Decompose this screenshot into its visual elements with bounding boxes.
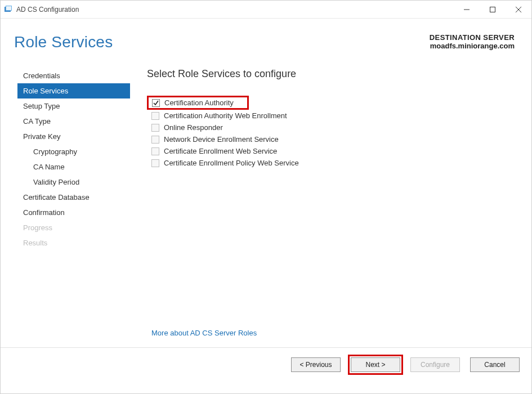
previous-button[interactable]: < Previous	[291, 357, 341, 372]
option-ces[interactable]: Certificate Enrollment Web Service	[147, 145, 515, 157]
option-label: Certification Authority Web Enrollment	[164, 111, 287, 120]
option-ca-web-enrollment[interactable]: Certification Authority Web Enrollment	[147, 110, 515, 122]
option-label: Certificate Enrollment Web Service	[164, 147, 277, 155]
sidebar-item-cryptography[interactable]: Cryptography	[17, 144, 130, 159]
next-button-wrap: Next >	[348, 355, 403, 375]
configure-button-wrap: Configure	[408, 355, 463, 375]
checkbox-checked-icon[interactable]	[152, 99, 160, 107]
wizard-sidebar: Credentials Role Services Setup Type CA …	[17, 68, 130, 347]
sidebar-item-confirmation[interactable]: Confirmation	[17, 205, 130, 220]
more-link-row: More about AD CS Server Roles	[147, 322, 515, 347]
footer: < Previous Next > Configure Cancel	[1, 347, 531, 381]
sidebar-item-validity-period[interactable]: Validity Period	[17, 174, 130, 190]
option-cep[interactable]: Certificate Enrollment Policy Web Servic…	[147, 157, 515, 169]
previous-button-wrap: < Previous	[288, 355, 343, 375]
sidebar-item-results: Results	[17, 235, 130, 250]
destination-label: DESTINATION SERVER	[430, 33, 515, 42]
option-label: Certification Authority	[164, 98, 234, 107]
sidebar-item-credentials[interactable]: Credentials	[17, 68, 130, 83]
sidebar-item-private-key[interactable]: Private Key	[17, 129, 130, 144]
destination-server: moadfs.miniorange.com	[430, 42, 515, 50]
checkbox-empty-icon[interactable]	[151, 159, 159, 167]
svg-rect-2	[6, 6, 11, 10]
role-services-options: Certification Authority Certification Au…	[147, 96, 515, 169]
checkbox-empty-icon[interactable]	[151, 136, 159, 144]
checkbox-empty-icon[interactable]	[151, 124, 159, 132]
option-label: Online Responder	[164, 123, 223, 132]
sidebar-item-role-services[interactable]: Role Services	[17, 83, 130, 98]
content-panel: Select Role Services to configure Certif…	[130, 68, 515, 347]
checkbox-empty-icon[interactable]	[151, 147, 159, 155]
sidebar-item-ca-type[interactable]: CA Type	[17, 114, 130, 129]
option-label: Certificate Enrollment Policy Web Servic…	[164, 159, 299, 167]
minimize-button[interactable]	[454, 1, 480, 19]
option-online-responder[interactable]: Online Responder	[147, 122, 515, 133]
configure-button: Configure	[410, 357, 460, 372]
window-controls	[454, 1, 531, 19]
next-button[interactable]: Next >	[351, 357, 400, 372]
sidebar-item-setup-type[interactable]: Setup Type	[17, 98, 130, 114]
cancel-button-wrap: Cancel	[467, 355, 522, 375]
option-certification-authority[interactable]: Certification Authority	[147, 96, 249, 110]
window-title: AD CS Configuration	[16, 6, 79, 14]
app-icon	[4, 5, 13, 14]
sidebar-item-progress: Progress	[17, 220, 130, 235]
close-button[interactable]	[506, 1, 531, 19]
header: Role Services DESTINATION SERVER moadfs.…	[1, 19, 531, 57]
checkbox-empty-icon[interactable]	[151, 112, 159, 120]
destination-info: DESTINATION SERVER moadfs.miniorange.com	[430, 33, 515, 50]
svg-rect-4	[490, 7, 495, 12]
option-ndes[interactable]: Network Device Enrollment Service	[147, 133, 515, 145]
section-title: Select Role Services to configure	[147, 68, 515, 80]
sidebar-item-certificate-database[interactable]: Certificate Database	[17, 190, 130, 205]
option-label: Network Device Enrollment Service	[164, 135, 279, 144]
main-area: Credentials Role Services Setup Type CA …	[1, 57, 531, 347]
cancel-button[interactable]: Cancel	[470, 357, 520, 372]
more-about-link[interactable]: More about AD CS Server Roles	[151, 329, 257, 337]
maximize-button[interactable]	[480, 1, 506, 19]
sidebar-item-ca-name[interactable]: CA Name	[17, 159, 130, 174]
page-title: Role Services	[14, 33, 113, 51]
titlebar: AD CS Configuration	[1, 1, 531, 19]
